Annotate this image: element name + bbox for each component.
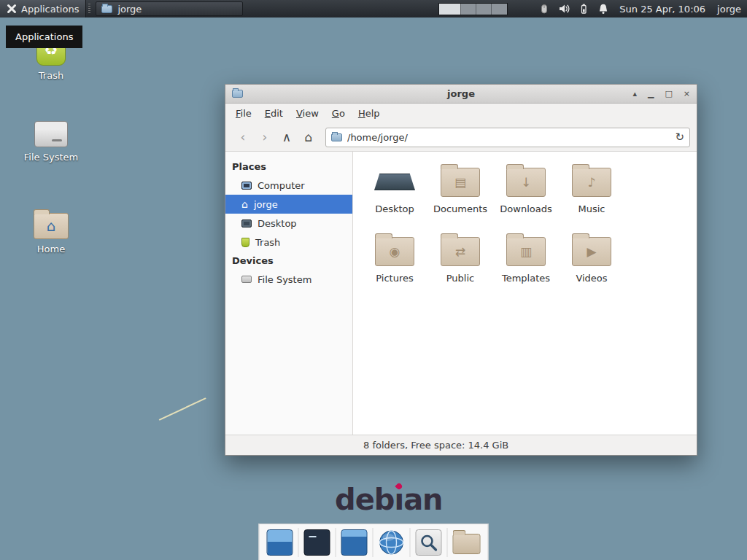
maximize-button[interactable]: □: [665, 85, 672, 104]
debian-logo-text: an: [403, 483, 442, 516]
sidebar-header-devices: Devices: [225, 252, 352, 270]
terminal-icon[interactable]: [304, 529, 330, 556]
menu-help[interactable]: Help: [352, 105, 387, 122]
folder-label: Templates: [502, 273, 550, 284]
workspace-2[interactable]: [461, 4, 476, 15]
stray-line-artifact: [159, 397, 206, 421]
top-panel: Applications jorge Sun 25 Apr, 10:06: [0, 0, 747, 18]
dock-separator: [410, 528, 411, 557]
folder-label: Music: [578, 203, 605, 214]
battery-icon[interactable]: [578, 3, 589, 15]
web-browser-icon[interactable]: [379, 529, 405, 556]
folder-icon: ◉: [375, 237, 414, 266]
clock[interactable]: Sun 25 Apr, 10:06: [619, 4, 705, 15]
template-emblem-icon: ▥: [520, 246, 532, 258]
home-button[interactable]: ⌂: [298, 127, 320, 147]
file-manager-window: jorge ▴ ▁ □ × File Edit View Go Help ‹ ›…: [225, 84, 697, 456]
window-manager-icon[interactable]: [341, 529, 368, 556]
up-button[interactable]: ∧: [276, 127, 298, 147]
window-title: jorge: [225, 88, 697, 99]
taskbar-window-button[interactable]: jorge: [96, 1, 243, 16]
magnifier-icon: [419, 533, 438, 552]
dock-separator: [373, 528, 374, 557]
applications-button[interactable]: Applications: [0, 0, 86, 18]
menu-view[interactable]: View: [290, 105, 325, 122]
drive-icon: [34, 121, 68, 147]
music-emblem-icon: ♪: [588, 176, 596, 189]
folder-icon: ↓: [506, 168, 546, 197]
computer-icon: [241, 182, 252, 190]
folder-item-templates[interactable]: ▥ Templates: [493, 230, 559, 299]
menu-go[interactable]: Go: [325, 105, 352, 122]
folder-icon: ▥: [506, 237, 546, 266]
desktop-icon-home[interactable]: ⌂ Home: [21, 213, 81, 254]
close-button[interactable]: ×: [684, 85, 690, 104]
path-input[interactable]: [347, 132, 670, 143]
menu-file[interactable]: File: [229, 105, 258, 122]
folder-icon: ⇄: [441, 237, 480, 266]
minimize-button[interactable]: ▁: [648, 85, 654, 104]
desktop-icon-file-system[interactable]: File System: [21, 121, 81, 163]
desktop-icon[interactable]: [267, 529, 293, 556]
window-controls: ▴ ▁ □ ×: [632, 85, 690, 104]
back-button[interactable]: ‹: [232, 127, 254, 147]
folder-item-public[interactable]: ⇄ Public: [427, 230, 493, 299]
folder-icon: [101, 5, 112, 13]
folder-item-documents[interactable]: ▤ Documents: [427, 160, 493, 230]
toolbar: ‹ › ∧ ⌂ ↻: [225, 123, 697, 152]
application-finder-icon[interactable]: [416, 529, 442, 556]
taskbar-window-label: jorge: [117, 4, 142, 15]
file-manager-icon[interactable]: [453, 534, 481, 554]
folder-label: Downloads: [500, 203, 551, 214]
sidebar-item-computer[interactable]: Computer: [225, 176, 352, 195]
trash-icon: [241, 238, 249, 247]
workspace-4[interactable]: [492, 4, 507, 15]
workspace-1[interactable]: [439, 4, 461, 15]
folder-item-downloads[interactable]: ↓ Downloads: [493, 160, 559, 230]
menubar: File Edit View Go Help: [225, 104, 697, 123]
home-icon: ⌂: [241, 199, 248, 209]
debian-logo-i: ı: [394, 483, 403, 516]
workspace-switcher: [438, 3, 508, 15]
sidebar-item-label: Computer: [258, 180, 305, 191]
download-emblem-icon: ↓: [521, 176, 531, 189]
notifications-icon[interactable]: [597, 3, 609, 15]
video-emblem-icon: ▶: [587, 246, 596, 258]
folder-label: Pictures: [376, 273, 413, 284]
dock-separator: [336, 528, 336, 557]
menu-edit[interactable]: Edit: [258, 105, 290, 122]
drive-icon: [241, 276, 252, 283]
desktop-icon-label: File System: [24, 152, 78, 163]
folder-item-videos[interactable]: ▶ Videos: [559, 230, 624, 299]
window-icon: [232, 90, 243, 98]
shade-button[interactable]: ▴: [632, 85, 637, 104]
workspace-3[interactable]: [476, 4, 492, 15]
folder-item-music[interactable]: ♪ Music: [559, 160, 624, 230]
folder-view: Desktop ▤ Documents ↓ Downloads ♪ Music …: [353, 152, 697, 435]
sidebar-item-label: Trash: [255, 237, 280, 248]
desktop-folder-icon: [374, 168, 416, 197]
applications-tooltip: Applications: [6, 26, 82, 48]
sidebar-item-label: File System: [258, 274, 311, 285]
mouse-icon[interactable]: [538, 3, 550, 15]
username-label[interactable]: jorge: [717, 4, 741, 15]
titlebar[interactable]: jorge ▴ ▁ □ ×: [225, 85, 697, 104]
panel-separator: [88, 4, 90, 14]
reload-button[interactable]: ↻: [675, 131, 684, 144]
sidebar-item-jorge[interactable]: ⌂ jorge: [225, 195, 352, 214]
system-tray: [538, 3, 609, 15]
folder-icon: ♪: [572, 168, 611, 197]
folder-icon: ▤: [441, 168, 480, 197]
sidebar-item-file-system[interactable]: File System: [225, 270, 352, 289]
folder-item-desktop[interactable]: Desktop: [362, 160, 427, 230]
bottom-dock: [259, 524, 489, 560]
debian-logo-text: deb: [335, 483, 394, 516]
desktop-icon: [241, 219, 252, 228]
statusbar: 8 folders, Free space: 14.4 GiB: [225, 435, 697, 455]
home-folder-icon: ⌂: [34, 213, 69, 239]
sidebar-item-desktop[interactable]: Desktop: [225, 214, 352, 233]
forward-button[interactable]: ›: [254, 127, 276, 147]
folder-item-pictures[interactable]: ◉ Pictures: [362, 230, 427, 299]
sidebar-item-trash[interactable]: Trash: [225, 233, 352, 252]
volume-icon[interactable]: [558, 3, 570, 15]
